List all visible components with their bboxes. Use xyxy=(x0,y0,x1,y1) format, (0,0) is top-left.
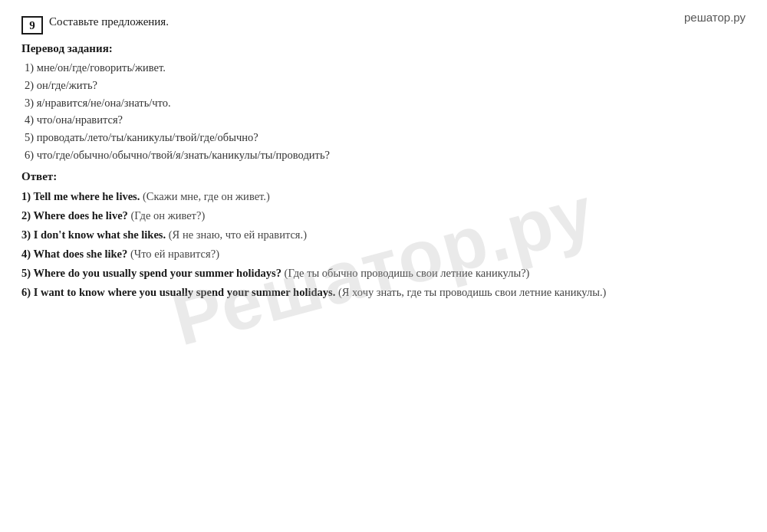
list-item: 1) мне/он/где/говорить/живет. xyxy=(25,60,746,77)
list-item: 3) я/нравится/не/она/знать/что. xyxy=(25,95,746,112)
answer-eng-1: 1) Tell me where he lives. xyxy=(21,190,140,202)
list-item: 6) что/где/обычно/обычно/твой/я/знать/ка… xyxy=(25,147,746,164)
answer-eng-2: 2) Where does he live? xyxy=(21,209,128,222)
translation-label: Перевод задания: xyxy=(21,42,746,55)
answer-rus-6: (Я хочу знать, где ты проводишь свои лет… xyxy=(335,286,606,298)
task-title: Составьте предложения. xyxy=(49,15,169,28)
answer-item-4: 4) What does she like? (Что ей нравится?… xyxy=(21,245,746,263)
task-number: 9 xyxy=(21,16,43,34)
answer-rus-3: (Я не знаю, что ей нравится.) xyxy=(166,228,307,241)
answer-items: 1) Tell me where he lives. (Скажи мне, г… xyxy=(21,188,746,302)
list-item: 4) что/она/нравится? xyxy=(25,112,746,129)
answer-label-text: Ответ: xyxy=(21,170,57,182)
answer-eng-3: 3) I don't know what she likes. xyxy=(21,228,166,241)
answer-rus-4: (Что ей нравится?) xyxy=(127,248,219,260)
task-header: 9 Составьте предложения. xyxy=(21,15,746,34)
answer-section: Ответ: 1) Tell me where he lives. (Скажи… xyxy=(21,170,746,302)
answer-rus-2: (Где он живет?) xyxy=(128,209,205,222)
top-right-label: решатор.ру xyxy=(684,11,746,24)
answer-label: Ответ: xyxy=(21,170,746,183)
list-item: 5) проводать/лето/ты/каникулы/твой/где/о… xyxy=(25,130,746,146)
list-item: 2) он/где/жить? xyxy=(25,77,746,94)
answer-item-2: 2) Where does he live? (Где он живет?) xyxy=(21,207,746,225)
answer-item-5: 5) Where do you usually spend your summe… xyxy=(21,264,746,282)
answer-item-1: 1) Tell me where he lives. (Скажи мне, г… xyxy=(21,188,746,205)
answer-eng-4: 4) What does she like? xyxy=(21,248,127,260)
answer-eng-6: 6) I want to know where you usually spen… xyxy=(21,286,335,298)
answer-rus-5: (Где ты обычно проводишь свои летние кан… xyxy=(281,267,529,279)
page: решатор.ру Решатор.ру 9 Составьте предло… xyxy=(0,0,767,532)
answer-item-3: 3) I don't know what she likes. (Я не зн… xyxy=(21,226,746,244)
answer-eng-5: 5) Where do you usually spend your summe… xyxy=(21,267,281,279)
translation-items: 1) мне/он/где/говорить/живет. 2) он/где/… xyxy=(25,60,746,164)
answer-rus-1: (Скажи мне, где он живет.) xyxy=(140,190,269,202)
answer-item-6: 6) I want to know where you usually spen… xyxy=(21,284,746,301)
